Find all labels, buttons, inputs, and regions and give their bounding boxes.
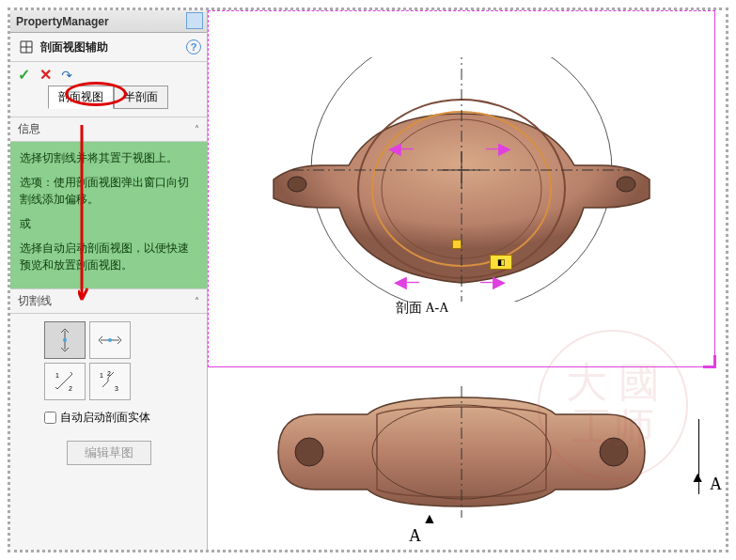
info-body: 选择切割线并将其置于视图上。 选项：使用剖面视图弹出窗口向切割线添加偏移。 或 … bbox=[10, 142, 207, 288]
info-line4: 选择自动启动剖面视图，以便快速预览和放置剖面视图。 bbox=[20, 240, 197, 273]
svg-point-8 bbox=[288, 177, 306, 192]
svg-text:2: 2 bbox=[107, 370, 111, 377]
svg-text:1: 1 bbox=[55, 372, 59, 379]
section-arrow-icon: ▲ bbox=[422, 510, 437, 527]
cutline-aligned-button[interactable]: 12 bbox=[44, 363, 86, 400]
info-header-label: 信息 bbox=[18, 121, 40, 137]
pm-header: PropertyManager bbox=[10, 10, 207, 33]
svg-point-1 bbox=[108, 338, 112, 342]
edit-sketch-button: 编辑草图 bbox=[67, 441, 151, 465]
svg-point-17 bbox=[295, 438, 323, 466]
svg-point-9 bbox=[617, 177, 635, 192]
section-flag-icon[interactable]: ◧ bbox=[490, 255, 512, 270]
section-assist-icon bbox=[18, 39, 35, 55]
tabs-row: 剖面视图 半剖面 bbox=[10, 86, 207, 117]
chevron-up-icon: ˄ bbox=[195, 296, 199, 306]
cutline-vertical-button[interactable] bbox=[44, 321, 86, 359]
ok-button[interactable]: ✓ bbox=[18, 66, 30, 84]
svg-text:1: 1 bbox=[100, 372, 103, 379]
auto-start-checkbox[interactable] bbox=[44, 412, 56, 424]
dimension-arrow-icon: ◀─ bbox=[388, 138, 414, 159]
cancel-button[interactable]: ✕ bbox=[39, 66, 52, 84]
cutline-body: 12 123 自动启动剖面实体 编辑草图 bbox=[10, 314, 207, 473]
dimension-arrow-icon: ◀─ bbox=[394, 272, 419, 292]
tab-section-view[interactable]: 剖面视图 bbox=[48, 86, 114, 109]
selection-corner-icon bbox=[703, 355, 716, 368]
info-header[interactable]: 信息 ˄ bbox=[10, 117, 207, 142]
svg-text:3: 3 bbox=[115, 385, 118, 392]
assist-header: 剖面视图辅助 ? bbox=[10, 33, 207, 62]
cutline-header[interactable]: 切割线 ˄ bbox=[10, 288, 207, 314]
watermark: 大 國 工师 bbox=[538, 330, 688, 480]
dimension-arrow-icon: ─▶ bbox=[480, 272, 506, 292]
assist-title: 剖面视图辅助 bbox=[40, 39, 108, 55]
drawing-canvas[interactable]: ◀─ ─▶ ◀─ ─▶ ◧ 剖面 A-A ▲ A ▲ A bbox=[208, 10, 726, 550]
help-icon[interactable]: ? bbox=[186, 39, 201, 54]
auto-start-label: 自动启动剖面实体 bbox=[60, 410, 150, 426]
dimension-arrow-icon: ─▶ bbox=[486, 138, 511, 159]
svg-point-0 bbox=[63, 338, 67, 342]
part-top-view bbox=[236, 57, 687, 302]
info-line2: 选项：使用剖面视图弹出窗口向切割线添加偏移。 bbox=[20, 174, 197, 208]
undo-button[interactable]: ↶ bbox=[61, 68, 72, 83]
svg-text:2: 2 bbox=[69, 385, 72, 392]
ok-cancel-row: ✓ ✕ ↶ bbox=[10, 62, 207, 86]
pm-title: PropertyManager bbox=[16, 15, 109, 28]
section-line bbox=[698, 419, 699, 494]
info-line1: 选择切割线并将其置于视图上。 bbox=[20, 149, 197, 166]
section-label: 剖面 A-A bbox=[396, 300, 448, 317]
cutline-horizontal-button[interactable] bbox=[89, 321, 131, 359]
cutline-header-label: 切割线 bbox=[18, 293, 52, 309]
section-marker-a-bottom: A bbox=[409, 526, 421, 546]
info-line3: 或 bbox=[20, 215, 197, 232]
cutline-offset-button[interactable]: 123 bbox=[89, 363, 131, 400]
tab-half-section[interactable]: 半剖面 bbox=[114, 86, 168, 109]
pin-icon[interactable] bbox=[186, 12, 203, 29]
chevron-up-icon: ˄ bbox=[195, 124, 199, 134]
property-manager-panel: PropertyManager 剖面视图辅助 ? ✓ ✕ ↶ 剖面视图 半剖面 … bbox=[10, 10, 208, 550]
drag-handle-icon[interactable] bbox=[452, 240, 462, 249]
section-marker-a-right: A bbox=[710, 474, 722, 494]
